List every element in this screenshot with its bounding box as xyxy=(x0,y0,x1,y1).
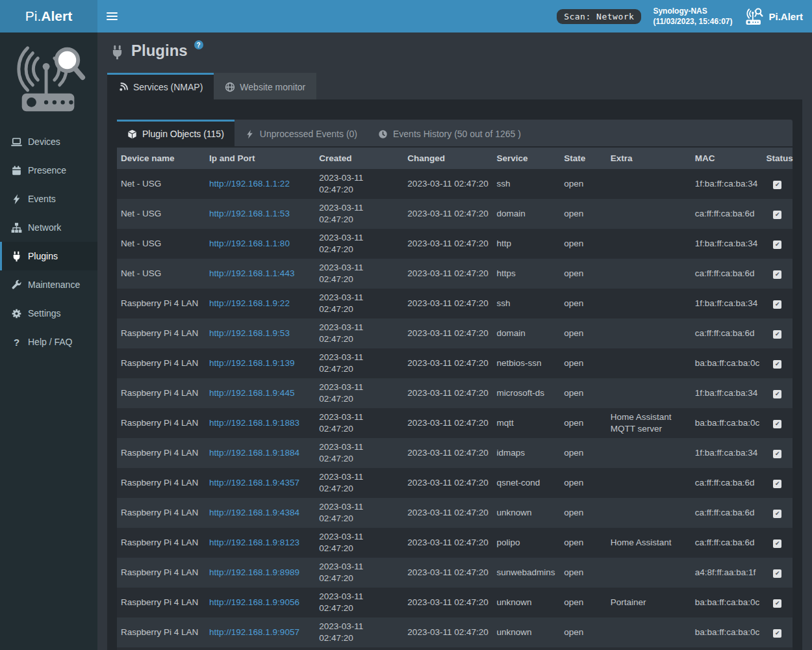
top-bar: Pi.Alert Scan: Network Synology-NAS (11/… xyxy=(0,0,812,32)
sidebar-item-devices[interactable]: Devices xyxy=(0,127,97,156)
state-cell: open xyxy=(560,289,607,318)
status-checkbox[interactable]: ✔ xyxy=(773,510,781,518)
last-scan-time: (11/03/2023, 15:46:07) xyxy=(653,16,732,27)
ip-port-link[interactable]: http://192.168.1.9:9057 xyxy=(209,627,299,637)
column-header-service[interactable]: Service xyxy=(492,148,560,169)
broadcast-icon xyxy=(118,82,129,92)
ip-port-link[interactable]: http://192.168.1.9:8123 xyxy=(209,538,299,547)
column-header-ip-port[interactable]: Ip and Port xyxy=(205,148,315,169)
mac-cell: 1f:ba:ff:ca:ba:34 xyxy=(691,289,763,318)
navbar-brand[interactable]: Pi.Alert xyxy=(744,7,803,25)
status-checkbox[interactable]: ✔ xyxy=(773,599,781,608)
ip-port-cell: http://192.168.1.9:1883 xyxy=(205,408,315,438)
sidebar-item-settings[interactable]: Settings xyxy=(0,299,97,328)
state-cell: open xyxy=(560,348,607,378)
ip-port-link[interactable]: http://192.168.1.9:8989 xyxy=(209,567,299,577)
sidebar-item-help[interactable]: ? Help / FAQ xyxy=(0,328,97,356)
extra-cell xyxy=(607,647,691,650)
device-name-cell: Raspberry Pi 4 LAN xyxy=(117,558,205,588)
ip-port-link[interactable]: http://192.168.1.9:1884 xyxy=(209,448,299,458)
status-checkbox[interactable]: ✔ xyxy=(773,360,781,369)
ip-port-link[interactable]: http://192.168.1.9:1883 xyxy=(209,418,299,428)
status-cell: ✔ xyxy=(763,348,793,378)
status-checkbox[interactable]: ✔ xyxy=(773,240,781,249)
changed-cell: 2023-03-11 02:47:20 xyxy=(403,468,492,498)
sidebar-toggle-button[interactable] xyxy=(97,0,127,32)
status-checkbox[interactable]: ✔ xyxy=(773,270,781,279)
status-checkbox[interactable]: ✔ xyxy=(773,629,781,638)
extra-cell xyxy=(607,289,691,318)
tab-events-history[interactable]: Events History (50 out of 1265 ) xyxy=(368,120,531,146)
extra-cell xyxy=(607,318,691,348)
ip-port-cell: http://192.168.1.9:9058 xyxy=(205,647,315,650)
ip-port-link[interactable]: http://192.168.1.1:53 xyxy=(209,209,290,218)
table-row: Raspberry Pi 4 LANhttp://192.168.1.9:812… xyxy=(117,528,793,558)
ip-port-cell: http://192.168.1.9:9056 xyxy=(205,588,315,618)
table-header: Device name Ip and Port Created Changed … xyxy=(117,148,793,169)
status-cell: ✔ xyxy=(763,408,793,438)
help-link-badge[interactable]: ? xyxy=(194,40,203,49)
status-checkbox[interactable]: ✔ xyxy=(773,390,781,398)
column-header-status[interactable]: Status xyxy=(763,148,793,169)
ip-port-link[interactable]: http://192.168.1.9:9056 xyxy=(209,597,299,607)
created-cell: 2023-03-11 02:47:20 xyxy=(315,438,403,468)
tab-website-monitor[interactable]: Website monitor xyxy=(214,73,316,99)
column-header-extra[interactable]: Extra xyxy=(607,148,691,169)
tab-label: Events History (50 out of 1265 ) xyxy=(393,129,521,139)
status-cell: ✔ xyxy=(763,558,793,588)
ip-port-link[interactable]: http://192.168.1.9:4384 xyxy=(209,508,299,517)
service-cell: unknown xyxy=(492,588,560,618)
status-checkbox[interactable]: ✔ xyxy=(773,300,781,309)
sidebar-item-maintenance[interactable]: Maintenance xyxy=(0,270,97,299)
tab-unprocessed-events[interactable]: Unprocessed Events (0) xyxy=(235,120,368,146)
ip-port-link[interactable]: http://192.168.1.1:80 xyxy=(209,239,290,248)
sidebar-item-presence[interactable]: Presence xyxy=(0,156,97,185)
status-checkbox[interactable]: ✔ xyxy=(773,569,781,578)
sidebar-item-network[interactable]: Network xyxy=(0,213,97,242)
extra-cell xyxy=(607,259,691,289)
sidebar-item-label: Presence xyxy=(28,165,66,176)
ip-port-cell: http://192.168.1.9:139 xyxy=(205,348,315,378)
created-cell: 2023-03-11 02:47:20 xyxy=(315,468,403,498)
tab-plugin-objects[interactable]: Plugin Objects (115) xyxy=(117,120,235,146)
changed-cell: 2023-03-11 02:47:20 xyxy=(403,588,492,618)
column-header-created[interactable]: Created xyxy=(315,148,403,169)
status-checkbox[interactable]: ✔ xyxy=(773,540,781,548)
device-name-cell: Raspberry Pi 4 LAN xyxy=(117,378,205,408)
created-cell: 2023-03-11 02:47:20 xyxy=(315,229,403,259)
mac-cell: ca:ff:ff:ca:ba:6d xyxy=(691,199,763,229)
created-cell: 2023-03-11 02:47:20 xyxy=(315,558,403,588)
status-checkbox[interactable]: ✔ xyxy=(773,330,781,339)
created-cell: 2023-03-11 02:47:20 xyxy=(315,289,403,318)
column-header-device[interactable]: Device name xyxy=(117,148,205,169)
service-cell: idmaps xyxy=(492,438,560,468)
app-logo[interactable]: Pi.Alert xyxy=(0,0,97,32)
device-name-cell: Raspberry Pi 4 LAN xyxy=(117,618,205,647)
tab-services-nmap[interactable]: Services (NMAP) xyxy=(107,73,214,99)
ip-port-link[interactable]: http://192.168.1.1:22 xyxy=(209,179,290,188)
service-cell: sunwebadmins xyxy=(492,558,560,588)
table-row: Raspberry Pi 4 LANhttp://192.168.1.9:139… xyxy=(117,348,793,378)
ip-port-link[interactable]: http://192.168.1.9:53 xyxy=(209,328,290,338)
ip-port-link[interactable]: http://192.168.1.9:445 xyxy=(209,388,294,398)
sidebar-item-events[interactable]: Events xyxy=(0,185,97,213)
sidebar-item-plugins[interactable]: Plugins xyxy=(0,242,97,270)
tab-label: Unprocessed Events (0) xyxy=(260,129,357,139)
status-checkbox[interactable]: ✔ xyxy=(773,420,781,428)
column-header-changed[interactable]: Changed xyxy=(403,148,492,169)
status-checkbox[interactable]: ✔ xyxy=(773,181,781,189)
ip-port-link[interactable]: http://192.168.1.1:443 xyxy=(209,268,294,278)
ip-port-link[interactable]: http://192.168.1.9:139 xyxy=(209,358,294,368)
column-header-state[interactable]: State xyxy=(560,148,607,169)
column-header-mac[interactable]: MAC xyxy=(691,148,763,169)
table-row: Raspberry Pi 4 LANhttp://192.168.1.9:445… xyxy=(117,378,793,408)
status-checkbox[interactable]: ✔ xyxy=(773,211,781,219)
table-row: Raspberry Pi 4 LANhttp://192.168.1.9:905… xyxy=(117,618,793,647)
status-checkbox[interactable]: ✔ xyxy=(773,480,781,488)
ip-port-link[interactable]: http://192.168.1.9:22 xyxy=(209,298,290,308)
status-checkbox[interactable]: ✔ xyxy=(773,450,781,458)
extra-cell xyxy=(607,618,691,647)
changed-cell: 2023-03-11 02:47:20 xyxy=(403,318,492,348)
ip-port-link[interactable]: http://192.168.1.9:4357 xyxy=(209,478,299,488)
ip-port-cell: http://192.168.1.9:8123 xyxy=(205,528,315,558)
